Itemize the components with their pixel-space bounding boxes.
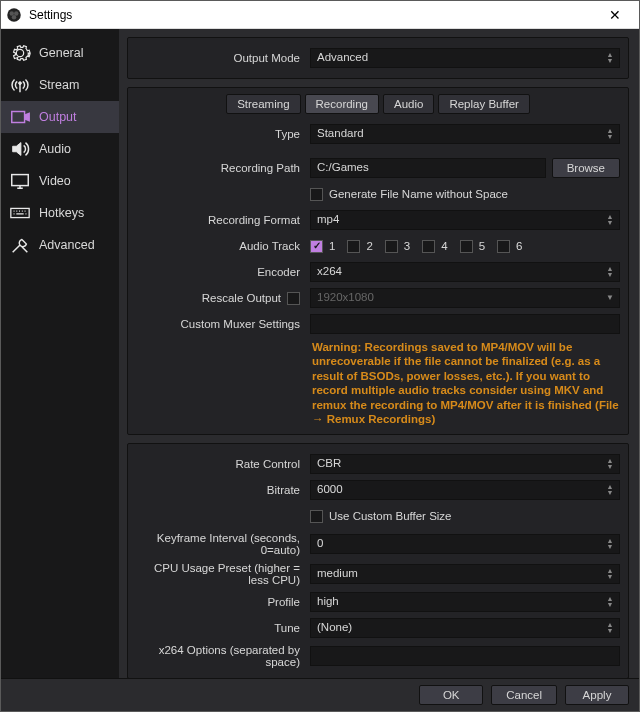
- tab-replay-buffer[interactable]: Replay Buffer: [438, 94, 529, 114]
- tab-streaming[interactable]: Streaming: [226, 94, 300, 114]
- main-content: Output Mode Advanced Streaming Recording…: [119, 29, 639, 678]
- tune-label: Tune: [136, 622, 304, 634]
- audio-track-1-checkbox[interactable]: [310, 240, 323, 253]
- sidebar-item-hotkeys[interactable]: Hotkeys: [1, 197, 119, 229]
- rescale-output-label: Rescale Output: [202, 292, 281, 304]
- profile-select[interactable]: high: [310, 592, 620, 612]
- encoder-label: Encoder: [136, 266, 304, 278]
- x264-options-label: x264 Options (separated by space): [136, 644, 304, 668]
- tab-recording[interactable]: Recording: [305, 94, 379, 114]
- gen-filename-label: Generate File Name without Space: [329, 188, 508, 200]
- gen-filename-checkbox[interactable]: [310, 188, 323, 201]
- output-mode-select[interactable]: Advanced: [310, 48, 620, 68]
- audio-track-label: Audio Track: [136, 240, 304, 252]
- recording-path-label: Recording Path: [136, 162, 304, 174]
- chevron-updown-icon: [603, 481, 617, 499]
- sidebar-item-general[interactable]: General: [1, 37, 119, 69]
- type-select[interactable]: Standard: [310, 124, 620, 144]
- sidebar-item-label: Audio: [39, 142, 71, 156]
- svg-point-2: [14, 11, 19, 16]
- chevron-updown-icon: [603, 565, 617, 583]
- profile-label: Profile: [136, 596, 304, 608]
- antenna-icon: [9, 74, 31, 96]
- custom-buffer-checkbox[interactable]: [310, 510, 323, 523]
- output-tabs: Streaming Recording Audio Replay Buffer: [128, 88, 628, 122]
- cpu-preset-select[interactable]: medium: [310, 564, 620, 584]
- keyframe-interval-input[interactable]: 0: [310, 534, 620, 554]
- chevron-updown-icon: [603, 535, 617, 553]
- settings-window: Settings ✕ General Stream Output Audio: [0, 0, 640, 712]
- svg-point-4: [19, 82, 22, 85]
- ok-button[interactable]: OK: [419, 685, 483, 705]
- bitrate-input[interactable]: 6000: [310, 480, 620, 500]
- output-mode-panel: Output Mode Advanced: [127, 37, 629, 79]
- keyboard-icon: [9, 202, 31, 224]
- sidebar-item-audio[interactable]: Audio: [1, 133, 119, 165]
- custom-buffer-label: Use Custom Buffer Size: [329, 510, 452, 522]
- sidebar-item-label: Hotkeys: [39, 206, 84, 220]
- rescale-output-checkbox[interactable]: [287, 292, 300, 305]
- browse-button[interactable]: Browse: [552, 158, 620, 178]
- dialog-footer: OK Cancel Apply: [1, 678, 639, 711]
- window-body: General Stream Output Audio Video Hotkey…: [1, 29, 639, 678]
- sidebar-item-stream[interactable]: Stream: [1, 69, 119, 101]
- audio-track-4-checkbox[interactable]: [422, 240, 435, 253]
- audio-track-3-checkbox[interactable]: [385, 240, 398, 253]
- encoder-select[interactable]: x264: [310, 262, 620, 282]
- sidebar-item-output[interactable]: Output: [1, 101, 119, 133]
- cancel-button[interactable]: Cancel: [491, 685, 557, 705]
- audio-track-2-checkbox[interactable]: [347, 240, 360, 253]
- sidebar-item-label: Advanced: [39, 238, 95, 252]
- svg-point-3: [12, 15, 17, 20]
- sidebar-item-label: Output: [39, 110, 77, 124]
- tools-icon: [9, 234, 31, 256]
- cpu-preset-label: CPU Usage Preset (higher = less CPU): [136, 562, 304, 586]
- recording-path-input[interactable]: C:/Games: [310, 158, 546, 178]
- rate-control-label: Rate Control: [136, 458, 304, 470]
- close-button[interactable]: ✕: [595, 7, 635, 23]
- recording-format-select[interactable]: mp4: [310, 210, 620, 230]
- custom-muxer-label: Custom Muxer Settings: [136, 318, 304, 330]
- rate-control-select[interactable]: CBR: [310, 454, 620, 474]
- svg-rect-6: [12, 175, 29, 186]
- gear-icon: [9, 42, 31, 64]
- window-title: Settings: [29, 8, 595, 22]
- chevron-updown-icon: [603, 125, 617, 143]
- app-icon: [5, 6, 23, 24]
- sidebar-item-label: General: [39, 46, 83, 60]
- chevron-updown-icon: [603, 49, 617, 67]
- monitor-icon: [9, 170, 31, 192]
- svg-point-1: [10, 11, 15, 16]
- chevron-updown-icon: [603, 455, 617, 473]
- output-icon: [9, 106, 31, 128]
- svg-rect-5: [12, 112, 25, 123]
- titlebar: Settings ✕: [1, 1, 639, 29]
- bitrate-label: Bitrate: [136, 484, 304, 496]
- tab-audio[interactable]: Audio: [383, 94, 434, 114]
- audio-track-6-checkbox[interactable]: [497, 240, 510, 253]
- sidebar-item-label: Stream: [39, 78, 79, 92]
- keyframe-interval-label: Keyframe Interval (seconds, 0=auto): [136, 532, 304, 556]
- audio-track-5-checkbox[interactable]: [460, 240, 473, 253]
- sidebar-item-video[interactable]: Video: [1, 165, 119, 197]
- custom-muxer-input[interactable]: [310, 314, 620, 334]
- chevron-down-icon: [603, 289, 617, 307]
- svg-rect-7: [11, 208, 29, 217]
- rescale-output-select[interactable]: 1920x1080: [310, 288, 620, 308]
- sidebar-item-label: Video: [39, 174, 71, 188]
- chevron-updown-icon: [603, 593, 617, 611]
- output-mode-label: Output Mode: [136, 52, 304, 64]
- recording-format-label: Recording Format: [136, 214, 304, 226]
- chevron-updown-icon: [603, 211, 617, 229]
- tune-select[interactable]: (None): [310, 618, 620, 638]
- chevron-updown-icon: [603, 619, 617, 637]
- encoder-settings-panel: Rate Control CBR Bitrate 6000 Use Custom…: [127, 443, 629, 678]
- type-label: Type: [136, 128, 304, 140]
- apply-button[interactable]: Apply: [565, 685, 629, 705]
- x264-options-input[interactable]: [310, 646, 620, 666]
- chevron-updown-icon: [603, 263, 617, 281]
- sidebar: General Stream Output Audio Video Hotkey…: [1, 29, 119, 678]
- speaker-icon: [9, 138, 31, 160]
- recording-panel: Streaming Recording Audio Replay Buffer …: [127, 87, 629, 435]
- sidebar-item-advanced[interactable]: Advanced: [1, 229, 119, 261]
